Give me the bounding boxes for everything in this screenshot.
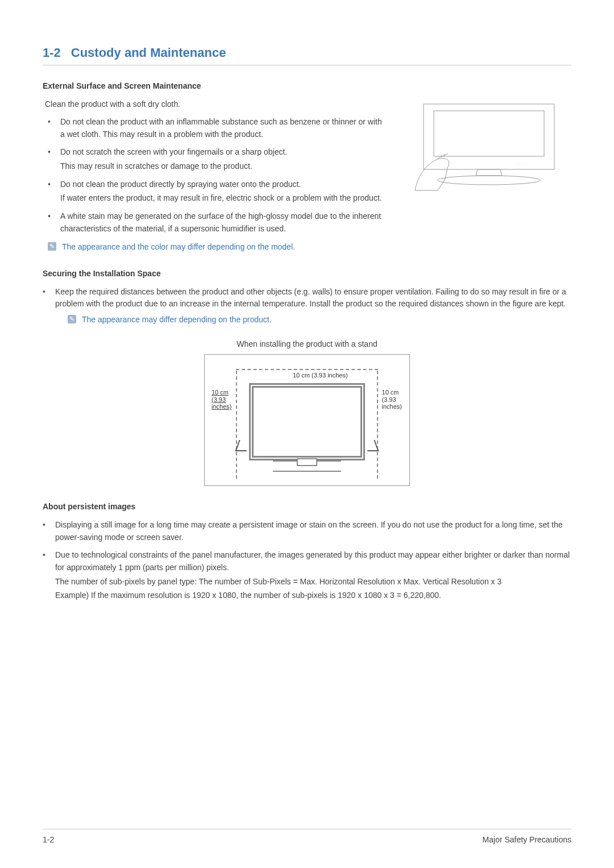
subheading-space: Securing the Installation Space (43, 269, 571, 278)
note-text: The appearance and the color may differ … (62, 241, 295, 253)
section-heading: 1-2Custody and Maintenance (43, 45, 571, 65)
footer-page-number: 1-2 (43, 835, 54, 844)
svg-text:········: ········ (517, 162, 529, 165)
list-item: A white stain may be generated on the su… (48, 210, 384, 235)
footer-chapter: Major Safety Precautions (483, 835, 571, 844)
note-box: ✎ The appearance may differ depending on… (68, 314, 571, 326)
list-item: Do not clean the product directly by spr… (48, 178, 384, 205)
page-footer: 1-2 Major Safety Precautions (43, 829, 571, 844)
list-item: Due to technological constraints of the … (43, 549, 571, 602)
diagram-label-top: 10 cm (3.93 inches) (293, 372, 348, 379)
diagram-label-right: 10 cm (3.93 inches) (382, 389, 402, 410)
list-item: Do not scratch the screen with your fing… (48, 146, 384, 172)
diagram-caption: When installing the product with a stand (43, 339, 571, 348)
subheading-external: External Surface and Screen Maintenance (43, 81, 571, 90)
monitor-cleaning-figure: ········ (406, 98, 571, 253)
list-item-sub: The number of sub-pixels by panel type: … (55, 576, 571, 588)
diagram-label-left: 10 cm (3.93 inches) (211, 389, 231, 410)
list-item-sub: Example) If the maximum resolution is 19… (55, 589, 571, 602)
maintenance-list: Do not clean the product with an inflamm… (43, 116, 384, 235)
list-item: Do not clean the product with an inflamm… (48, 116, 384, 140)
installation-diagram: 10 cm (3.93 inches) 10 cm (3.93 inches) … (204, 354, 410, 486)
list-item-sub: This may result in scratches or damage t… (60, 160, 384, 173)
svg-point-2 (438, 176, 540, 185)
space-list: Keep the required distances between the … (43, 286, 571, 326)
svg-rect-1 (434, 111, 544, 156)
clean-instruction: Clean the product with a soft dry cloth. (45, 98, 384, 110)
info-icon: ✎ (68, 315, 76, 323)
info-icon: ✎ (48, 242, 56, 251)
note-box: ✎ The appearance and the color may diffe… (48, 241, 384, 253)
svg-rect-0 (424, 104, 554, 169)
list-item: Keep the required distances between the … (43, 286, 571, 326)
subheading-persistent: About persistent images (43, 502, 571, 511)
note-text: The appearance may differ depending on t… (82, 314, 272, 326)
persistent-list: Displaying a still image for a long time… (43, 519, 571, 602)
section-title-text: Custody and Maintenance (71, 45, 226, 60)
list-item-sub: If water enters the product, it may resu… (60, 192, 384, 205)
list-item: Displaying a still image for a long time… (43, 519, 571, 543)
section-number: 1-2 (43, 45, 61, 60)
